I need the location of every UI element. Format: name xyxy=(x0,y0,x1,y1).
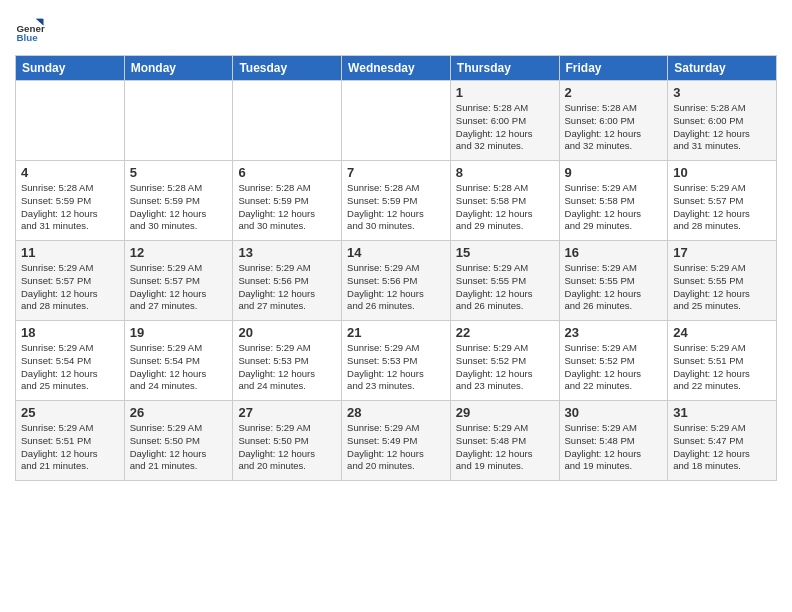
day-content: Sunrise: 5:28 AM Sunset: 5:58 PM Dayligh… xyxy=(456,182,554,233)
day-number: 16 xyxy=(565,245,663,260)
day-number: 31 xyxy=(673,405,771,420)
day-number: 1 xyxy=(456,85,554,100)
weekday-header-row: SundayMondayTuesdayWednesdayThursdayFrid… xyxy=(16,56,777,81)
day-content: Sunrise: 5:29 AM Sunset: 5:50 PM Dayligh… xyxy=(130,422,228,473)
day-number: 2 xyxy=(565,85,663,100)
day-content: Sunrise: 5:29 AM Sunset: 5:55 PM Dayligh… xyxy=(673,262,771,313)
day-content: Sunrise: 5:28 AM Sunset: 6:00 PM Dayligh… xyxy=(565,102,663,153)
calendar-table: SundayMondayTuesdayWednesdayThursdayFrid… xyxy=(15,55,777,481)
day-number: 24 xyxy=(673,325,771,340)
weekday-header-saturday: Saturday xyxy=(668,56,777,81)
calendar-cell: 1Sunrise: 5:28 AM Sunset: 6:00 PM Daylig… xyxy=(450,81,559,161)
day-number: 23 xyxy=(565,325,663,340)
svg-text:Blue: Blue xyxy=(17,32,39,43)
calendar-cell: 4Sunrise: 5:28 AM Sunset: 5:59 PM Daylig… xyxy=(16,161,125,241)
day-number: 21 xyxy=(347,325,445,340)
day-content: Sunrise: 5:29 AM Sunset: 5:49 PM Dayligh… xyxy=(347,422,445,473)
calendar-cell: 21Sunrise: 5:29 AM Sunset: 5:53 PM Dayli… xyxy=(342,321,451,401)
day-number: 22 xyxy=(456,325,554,340)
day-number: 10 xyxy=(673,165,771,180)
day-number: 28 xyxy=(347,405,445,420)
calendar-cell: 24Sunrise: 5:29 AM Sunset: 5:51 PM Dayli… xyxy=(668,321,777,401)
calendar-cell: 27Sunrise: 5:29 AM Sunset: 5:50 PM Dayli… xyxy=(233,401,342,481)
day-number: 18 xyxy=(21,325,119,340)
day-number: 13 xyxy=(238,245,336,260)
calendar-cell: 29Sunrise: 5:29 AM Sunset: 5:48 PM Dayli… xyxy=(450,401,559,481)
calendar-cell: 11Sunrise: 5:29 AM Sunset: 5:57 PM Dayli… xyxy=(16,241,125,321)
calendar-cell xyxy=(16,81,125,161)
weekday-header-friday: Friday xyxy=(559,56,668,81)
day-number: 9 xyxy=(565,165,663,180)
calendar-cell: 2Sunrise: 5:28 AM Sunset: 6:00 PM Daylig… xyxy=(559,81,668,161)
day-content: Sunrise: 5:29 AM Sunset: 5:58 PM Dayligh… xyxy=(565,182,663,233)
day-content: Sunrise: 5:29 AM Sunset: 5:53 PM Dayligh… xyxy=(347,342,445,393)
calendar-cell: 26Sunrise: 5:29 AM Sunset: 5:50 PM Dayli… xyxy=(124,401,233,481)
day-content: Sunrise: 5:28 AM Sunset: 6:00 PM Dayligh… xyxy=(456,102,554,153)
calendar-cell xyxy=(124,81,233,161)
calendar-cell: 3Sunrise: 5:28 AM Sunset: 6:00 PM Daylig… xyxy=(668,81,777,161)
day-number: 27 xyxy=(238,405,336,420)
day-content: Sunrise: 5:29 AM Sunset: 5:56 PM Dayligh… xyxy=(347,262,445,313)
day-number: 11 xyxy=(21,245,119,260)
day-number: 17 xyxy=(673,245,771,260)
calendar-cell: 16Sunrise: 5:29 AM Sunset: 5:55 PM Dayli… xyxy=(559,241,668,321)
day-content: Sunrise: 5:29 AM Sunset: 5:54 PM Dayligh… xyxy=(21,342,119,393)
calendar-cell: 25Sunrise: 5:29 AM Sunset: 5:51 PM Dayli… xyxy=(16,401,125,481)
day-number: 19 xyxy=(130,325,228,340)
day-content: Sunrise: 5:29 AM Sunset: 5:50 PM Dayligh… xyxy=(238,422,336,473)
day-content: Sunrise: 5:29 AM Sunset: 5:48 PM Dayligh… xyxy=(456,422,554,473)
calendar-cell: 31Sunrise: 5:29 AM Sunset: 5:47 PM Dayli… xyxy=(668,401,777,481)
calendar-cell: 18Sunrise: 5:29 AM Sunset: 5:54 PM Dayli… xyxy=(16,321,125,401)
day-number: 12 xyxy=(130,245,228,260)
day-number: 14 xyxy=(347,245,445,260)
calendar-cell: 28Sunrise: 5:29 AM Sunset: 5:49 PM Dayli… xyxy=(342,401,451,481)
calendar-cell: 12Sunrise: 5:29 AM Sunset: 5:57 PM Dayli… xyxy=(124,241,233,321)
day-content: Sunrise: 5:29 AM Sunset: 5:55 PM Dayligh… xyxy=(456,262,554,313)
week-row-3: 11Sunrise: 5:29 AM Sunset: 5:57 PM Dayli… xyxy=(16,241,777,321)
day-number: 4 xyxy=(21,165,119,180)
day-number: 7 xyxy=(347,165,445,180)
calendar-cell: 9Sunrise: 5:29 AM Sunset: 5:58 PM Daylig… xyxy=(559,161,668,241)
week-row-4: 18Sunrise: 5:29 AM Sunset: 5:54 PM Dayli… xyxy=(16,321,777,401)
day-number: 3 xyxy=(673,85,771,100)
day-content: Sunrise: 5:29 AM Sunset: 5:57 PM Dayligh… xyxy=(130,262,228,313)
calendar-cell: 8Sunrise: 5:28 AM Sunset: 5:58 PM Daylig… xyxy=(450,161,559,241)
weekday-header-sunday: Sunday xyxy=(16,56,125,81)
day-number: 6 xyxy=(238,165,336,180)
day-content: Sunrise: 5:29 AM Sunset: 5:47 PM Dayligh… xyxy=(673,422,771,473)
calendar-cell: 22Sunrise: 5:29 AM Sunset: 5:52 PM Dayli… xyxy=(450,321,559,401)
day-content: Sunrise: 5:29 AM Sunset: 5:51 PM Dayligh… xyxy=(21,422,119,473)
calendar-cell: 7Sunrise: 5:28 AM Sunset: 5:59 PM Daylig… xyxy=(342,161,451,241)
week-row-1: 1Sunrise: 5:28 AM Sunset: 6:00 PM Daylig… xyxy=(16,81,777,161)
calendar-cell xyxy=(342,81,451,161)
weekday-header-wednesday: Wednesday xyxy=(342,56,451,81)
day-content: Sunrise: 5:29 AM Sunset: 5:57 PM Dayligh… xyxy=(21,262,119,313)
day-content: Sunrise: 5:28 AM Sunset: 5:59 PM Dayligh… xyxy=(130,182,228,233)
calendar-cell: 5Sunrise: 5:28 AM Sunset: 5:59 PM Daylig… xyxy=(124,161,233,241)
calendar-cell: 14Sunrise: 5:29 AM Sunset: 5:56 PM Dayli… xyxy=(342,241,451,321)
calendar-cell: 17Sunrise: 5:29 AM Sunset: 5:55 PM Dayli… xyxy=(668,241,777,321)
day-number: 20 xyxy=(238,325,336,340)
day-number: 8 xyxy=(456,165,554,180)
calendar-cell: 10Sunrise: 5:29 AM Sunset: 5:57 PM Dayli… xyxy=(668,161,777,241)
calendar-cell xyxy=(233,81,342,161)
calendar-cell: 30Sunrise: 5:29 AM Sunset: 5:48 PM Dayli… xyxy=(559,401,668,481)
day-number: 25 xyxy=(21,405,119,420)
weekday-header-tuesday: Tuesday xyxy=(233,56,342,81)
day-number: 30 xyxy=(565,405,663,420)
day-content: Sunrise: 5:29 AM Sunset: 5:54 PM Dayligh… xyxy=(130,342,228,393)
logo: General Blue xyxy=(15,15,45,45)
week-row-2: 4Sunrise: 5:28 AM Sunset: 5:59 PM Daylig… xyxy=(16,161,777,241)
day-content: Sunrise: 5:29 AM Sunset: 5:52 PM Dayligh… xyxy=(456,342,554,393)
day-content: Sunrise: 5:28 AM Sunset: 5:59 PM Dayligh… xyxy=(347,182,445,233)
day-content: Sunrise: 5:29 AM Sunset: 5:53 PM Dayligh… xyxy=(238,342,336,393)
day-content: Sunrise: 5:29 AM Sunset: 5:52 PM Dayligh… xyxy=(565,342,663,393)
logo-icon: General Blue xyxy=(15,15,45,45)
day-content: Sunrise: 5:28 AM Sunset: 5:59 PM Dayligh… xyxy=(21,182,119,233)
calendar-cell: 6Sunrise: 5:28 AM Sunset: 5:59 PM Daylig… xyxy=(233,161,342,241)
day-content: Sunrise: 5:29 AM Sunset: 5:55 PM Dayligh… xyxy=(565,262,663,313)
page-header: General Blue xyxy=(15,15,777,45)
weekday-header-monday: Monday xyxy=(124,56,233,81)
calendar-cell: 20Sunrise: 5:29 AM Sunset: 5:53 PM Dayli… xyxy=(233,321,342,401)
calendar-cell: 23Sunrise: 5:29 AM Sunset: 5:52 PM Dayli… xyxy=(559,321,668,401)
